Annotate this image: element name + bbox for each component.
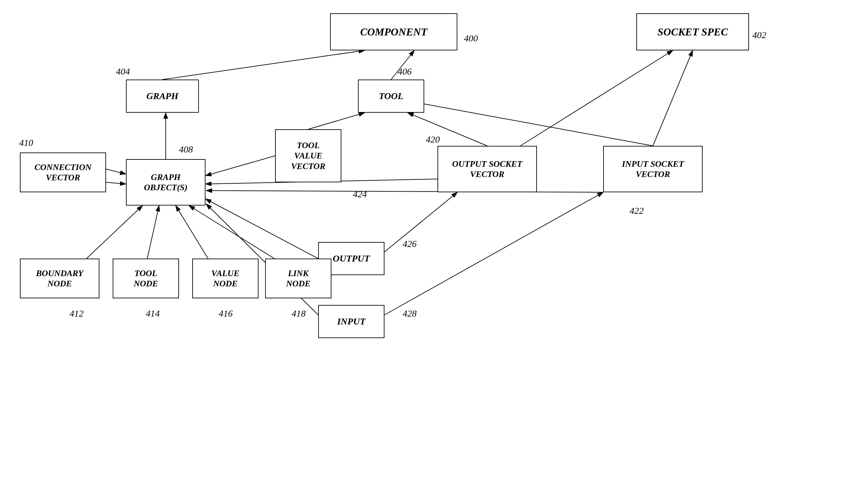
label-426: 426 (403, 239, 416, 249)
label-412: 412 (70, 308, 84, 319)
svg-line-17 (384, 192, 603, 315)
svg-line-20 (176, 206, 212, 265)
svg-line-18 (80, 206, 143, 265)
label-402: 402 (752, 30, 766, 40)
label-420: 420 (426, 134, 440, 145)
node-value-node: VALUENODE (192, 259, 258, 298)
node-link-node: LINKNODE (265, 259, 332, 298)
label-410: 410 (19, 138, 33, 148)
label-408: 408 (179, 144, 193, 155)
label-406: 406 (398, 66, 412, 77)
svg-line-15 (384, 192, 457, 252)
node-component: COMPONENT (330, 13, 457, 50)
svg-line-7 (308, 113, 365, 129)
svg-line-1 (162, 50, 365, 80)
label-422: 422 (630, 206, 644, 216)
label-400: 400 (464, 33, 478, 44)
label-414: 414 (146, 308, 160, 319)
diagram: COMPONENT SOCKET SPEC GRAPH TOOL GRAPHOB… (0, 0, 868, 478)
svg-line-14 (206, 199, 318, 259)
svg-line-8 (408, 113, 487, 146)
svg-line-9 (417, 103, 653, 146)
node-boundary-node: BOUNDARYNODE (20, 259, 99, 298)
node-input: INPUT (318, 305, 384, 338)
label-418: 418 (292, 308, 306, 319)
label-424: 424 (353, 189, 367, 200)
label-428: 428 (403, 308, 416, 319)
node-output-socket-vector: OUTPUT SOCKETVECTOR (437, 146, 537, 192)
node-tool-node: TOOLNODE (113, 259, 179, 298)
svg-line-13 (206, 190, 603, 192)
node-input-socket-vector: INPUT SOCKETVECTOR (603, 146, 703, 192)
node-graph-objects: GRAPHOBJECT(S) (126, 159, 206, 206)
svg-line-5 (106, 182, 126, 184)
svg-line-4 (106, 169, 126, 174)
node-connection-vector: CONNECTIONVECTOR (20, 152, 106, 192)
arrows-svg (0, 0, 868, 478)
node-tool-value-vector: TOOLVALUEVECTOR (275, 129, 341, 182)
node-socket-spec: SOCKET SPEC (636, 13, 749, 50)
node-graph: GRAPH (126, 80, 199, 113)
svg-line-6 (206, 156, 275, 176)
label-416: 416 (219, 308, 232, 319)
svg-line-11 (653, 50, 693, 146)
svg-line-10 (520, 50, 673, 146)
node-tool: TOOL (358, 80, 424, 113)
svg-line-19 (146, 206, 159, 265)
svg-line-21 (189, 206, 285, 265)
label-404: 404 (116, 66, 130, 77)
